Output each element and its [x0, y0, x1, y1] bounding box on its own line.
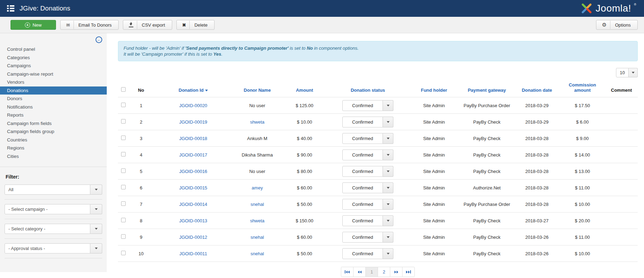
donation-status-caret[interactable] [383, 100, 393, 111]
sidebar-item-campaign-wise-report[interactable]: Campaign-wise report [0, 70, 107, 78]
column-header-fund-holder[interactable]: Fund holder [408, 80, 460, 97]
sidebar-item-vendors[interactable]: Vendors [0, 78, 107, 86]
donation-id-link[interactable]: JGOID-00013 [179, 218, 207, 223]
row-checkbox[interactable] [121, 218, 126, 222]
row-checkbox[interactable] [121, 168, 126, 173]
donation-status-button[interactable]: Confirmed [342, 150, 383, 160]
row-checkbox[interactable] [121, 201, 126, 206]
column-header-donation-status[interactable]: Donation status [327, 80, 408, 97]
donor-name-link[interactable]: shweta [250, 218, 264, 223]
csv-export-button[interactable]: CSV export [123, 20, 172, 30]
donation-id-link[interactable]: JGOID-00016 [179, 169, 207, 174]
donation-id-link[interactable]: JGOID-00011 [179, 251, 207, 256]
column-header-donation-date[interactable]: Donation date [514, 80, 560, 97]
donation-status-button[interactable]: Confirmed [342, 133, 383, 144]
pagination-next-button[interactable] [390, 267, 402, 277]
filter-select[interactable]: All [5, 185, 102, 195]
donation-id-link[interactable]: JGOID-00015 [179, 185, 207, 190]
column-header-payment-gateway[interactable]: Payment gateway [460, 80, 514, 97]
new-button[interactable]: + New [10, 20, 56, 30]
filter-select-caret[interactable] [90, 204, 102, 214]
sidebar-item-donors[interactable]: Donors [0, 95, 107, 103]
select-all-checkbox[interactable] [121, 87, 126, 92]
delete-button[interactable]: ✖ Delete [176, 20, 215, 30]
pagination-prev-button[interactable] [353, 267, 366, 277]
donation-status-button[interactable]: Confirmed [342, 117, 383, 127]
donation-status-button[interactable]: Confirmed [342, 100, 383, 111]
sidebar-item-regions[interactable]: Regions [0, 144, 107, 152]
sidebar-item-categories[interactable]: Categories [0, 54, 107, 62]
donations-tbody: 1 JGOID-00020 No user $ 125.00 Confirmed… [118, 97, 638, 262]
column-header-amount[interactable]: Amount [282, 80, 327, 97]
donation-status-caret[interactable] [383, 248, 393, 259]
donation-status-button[interactable]: Confirmed [342, 232, 383, 243]
collapse-sidebar-icon[interactable]: ← [96, 36, 102, 43]
donation-status-button[interactable]: Confirmed [342, 215, 383, 226]
column-header-donation-id[interactable]: Donation Id [154, 80, 233, 97]
sidebar-item-campaigns[interactable]: Campaigns [0, 62, 107, 70]
donor-name-link[interactable]: No user [249, 103, 265, 108]
fund-holder-notice: Fund holder - will be 'Admin' if 'Send p… [118, 41, 638, 61]
donor-name-link[interactable]: snehal [251, 202, 264, 207]
sidebar-item-control-panel[interactable]: Control panel [0, 45, 107, 54]
donation-status-control: Confirmed [342, 199, 393, 210]
sidebar-item-countries[interactable]: Countries [0, 136, 107, 144]
donation-id-link[interactable]: JGOID-00012 [179, 235, 207, 240]
pagination-page-1[interactable]: 1 [365, 267, 378, 277]
options-button[interactable]: ⚙ Options [596, 20, 638, 30]
row-checkbox[interactable] [121, 234, 126, 239]
donation-status-button[interactable]: Confirmed [342, 182, 383, 193]
comment-cell [605, 147, 638, 163]
donation-status-caret[interactable] [383, 215, 393, 226]
donor-name-link[interactable]: snehal [251, 235, 264, 240]
donation-status-button[interactable]: Confirmed [342, 199, 383, 210]
pagination-last-button[interactable] [402, 267, 415, 277]
donor-name-link[interactable]: No user [249, 169, 265, 174]
row-checkbox[interactable] [121, 119, 126, 124]
donor-name-link[interactable]: amey [252, 185, 263, 190]
row-checkbox[interactable] [121, 103, 126, 107]
row-checkbox[interactable] [121, 152, 126, 157]
pagination-page-2[interactable]: 2 [378, 267, 390, 277]
row-checkbox[interactable] [121, 135, 126, 140]
sidebar-item-campaign-form-fields[interactable]: Campaign form fields [0, 119, 107, 128]
row-checkbox[interactable] [121, 185, 126, 189]
filter-select[interactable]: - Select campaign - [5, 204, 102, 214]
donation-status-caret[interactable] [383, 117, 393, 127]
donor-name-link[interactable]: shweta [250, 119, 264, 125]
donation-status-caret[interactable] [383, 199, 393, 210]
filter-select[interactable]: - Select category - [5, 224, 102, 234]
donation-status-caret[interactable] [383, 166, 393, 177]
column-header-commission-amount[interactable]: Commission amount [560, 80, 605, 97]
donation-id-link[interactable]: JGOID-00019 [179, 119, 207, 125]
donor-name-link[interactable]: Diksha Sharma [242, 152, 273, 158]
donation-status-button[interactable]: Confirmed [342, 166, 383, 177]
donation-status-button[interactable]: Confirmed [342, 248, 383, 259]
column-header-donor-name[interactable]: Donor Name [233, 80, 282, 97]
donor-name-link[interactable]: snehal [251, 251, 264, 256]
donation-id-link[interactable]: JGOID-00018 [179, 136, 207, 141]
filter-select[interactable]: - Approval status - [5, 243, 102, 253]
sidebar-item-notifications[interactable]: Notifications [0, 103, 107, 111]
sidebar-item-campaign-fields-group[interactable]: Campaign fields group [0, 127, 107, 136]
pagination-first-button[interactable] [341, 267, 354, 277]
donation-id-link[interactable]: JGOID-00017 [179, 152, 207, 158]
email-to-donors-button[interactable]: ✉ Email To Donors [60, 20, 119, 30]
donor-name-link[interactable]: Ankush M [247, 136, 267, 141]
sidebar-item-donations[interactable]: Donations [0, 86, 107, 95]
donation-status-caret[interactable] [383, 232, 393, 243]
filter-select-caret[interactable] [90, 185, 102, 195]
row-checkbox[interactable] [121, 251, 126, 255]
filter-select-caret[interactable] [90, 224, 102, 234]
donation-id-link[interactable]: JGOID-00014 [179, 202, 207, 207]
donation-status-caret[interactable] [383, 150, 393, 160]
list-limit-select[interactable]: 10 [616, 68, 638, 77]
donation-id-link[interactable]: JGOID-00020 [179, 103, 207, 108]
donation-status-caret[interactable] [383, 133, 393, 144]
donation-status-caret[interactable] [383, 182, 393, 193]
sidebar-item-cities[interactable]: Cities [0, 152, 107, 161]
filter-select-caret[interactable] [90, 243, 102, 253]
list-limit-caret[interactable] [629, 68, 638, 77]
sidebar-item-reports[interactable]: Reports [0, 111, 107, 119]
filter-select-divider [5, 238, 102, 239]
